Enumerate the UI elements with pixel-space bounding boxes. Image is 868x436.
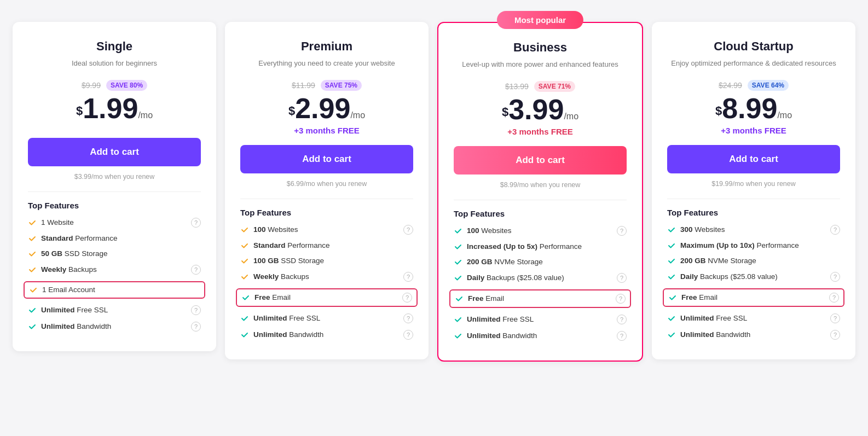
info-icon[interactable]: ? — [191, 322, 201, 332]
card-cloud-startup: Cloud StartupEnjoy optimized performance… — [652, 22, 855, 359]
info-icon[interactable]: ? — [402, 293, 412, 303]
add-to-cart-button[interactable]: Add to cart — [240, 145, 413, 173]
feature-item: 100 Websites ? — [454, 226, 627, 236]
features-title: Top Features — [454, 209, 627, 218]
check-icon — [454, 226, 462, 235]
info-icon[interactable]: ? — [191, 218, 201, 228]
info-icon[interactable]: ? — [617, 331, 627, 341]
feature-label: Daily Backups ($25.08 value) — [467, 274, 564, 282]
check-icon — [28, 322, 37, 331]
price-amount: 2.99 — [295, 92, 350, 124]
add-to-cart-button[interactable]: Add to cart — [28, 138, 201, 166]
feature-label: 1 Website — [41, 218, 74, 226]
feature-left: 100 Websites — [454, 226, 512, 235]
feature-item: Unlimited Bandwidth ? — [667, 330, 840, 340]
check-icon — [240, 330, 249, 339]
info-icon[interactable]: ? — [616, 294, 626, 304]
feature-left: Unlimited Free SSL — [454, 315, 534, 324]
info-icon[interactable]: ? — [830, 313, 840, 323]
feature-label: Free Email — [468, 294, 504, 303]
feature-left: Unlimited Bandwidth — [454, 332, 537, 340]
section-divider — [454, 200, 627, 200]
feature-label: Weekly Backups — [253, 272, 309, 281]
feature-left: Weekly Backups — [28, 265, 97, 274]
info-icon[interactable]: ? — [403, 272, 413, 282]
feature-left: Free Email — [668, 293, 717, 302]
section-divider — [240, 199, 413, 199]
check-icon — [28, 234, 37, 243]
feature-item: 200 GB NVMe Storage — [454, 258, 627, 266]
info-icon[interactable]: ? — [829, 293, 839, 303]
price-period: /mo — [564, 112, 578, 121]
check-icon — [455, 294, 464, 303]
feature-left: Standard Performance — [240, 241, 330, 250]
check-icon — [454, 274, 462, 282]
check-icon — [240, 241, 249, 250]
check-icon — [240, 314, 249, 323]
info-icon[interactable]: ? — [617, 315, 627, 324]
check-icon — [667, 257, 676, 265]
feature-left: Free Email — [241, 293, 291, 302]
price-period: /mo — [138, 111, 153, 120]
highlighted-feature-row: Free Email ? — [236, 288, 418, 307]
save-badge: SAVE 80% — [106, 80, 147, 91]
info-icon[interactable]: ? — [830, 225, 840, 235]
feature-left: Maximum (Up to 10x) Performance — [667, 241, 799, 250]
currency-symbol: $ — [76, 103, 83, 117]
info-icon[interactable]: ? — [191, 305, 201, 315]
feature-left: 100 GB SSD Storage — [240, 257, 324, 265]
feature-item: Free Email ? — [241, 293, 412, 303]
free-months: +3 months FREE — [454, 127, 627, 136]
price-amount: 8.99 — [722, 92, 777, 124]
feature-item: 300 Websites ? — [667, 225, 840, 235]
pricing-row: $9.99 SAVE 80% — [28, 80, 201, 91]
feature-label: Standard Performance — [41, 234, 118, 242]
feature-left: 300 Websites — [667, 225, 725, 234]
info-icon[interactable]: ? — [403, 313, 413, 323]
feature-label: Free Email — [254, 293, 291, 301]
feature-label: Daily Backups ($25.08 value) — [680, 272, 778, 281]
info-icon[interactable]: ? — [830, 330, 840, 340]
feature-item: Standard Performance — [240, 241, 413, 250]
card-title: Single — [28, 39, 201, 54]
info-icon[interactable]: ? — [191, 265, 201, 275]
features-title: Top Features — [667, 208, 840, 217]
highlighted-feature-row: 1 Email Account — [24, 281, 205, 299]
feature-item: Weekly Backups ? — [28, 265, 201, 275]
currency-symbol: $ — [288, 103, 295, 117]
card-subtitle: Ideal solution for beginners — [28, 58, 201, 69]
feature-left: Daily Backups ($25.08 value) — [454, 274, 564, 282]
feature-left: Weekly Backups — [240, 272, 309, 281]
check-icon — [454, 315, 462, 324]
feature-item: Unlimited Bandwidth ? — [28, 322, 201, 332]
check-icon — [28, 249, 37, 258]
info-icon[interactable]: ? — [617, 273, 627, 283]
feature-item: Daily Backups ($25.08 value) ? — [667, 272, 840, 282]
card-title: Business — [454, 40, 627, 55]
feature-item: Unlimited Bandwidth ? — [240, 330, 413, 340]
check-icon — [241, 293, 250, 302]
feature-item: Free Email ? — [455, 294, 626, 304]
add-to-cart-button[interactable]: Add to cart — [454, 146, 627, 175]
price-display: $2.99/mo — [240, 94, 413, 123]
renew-price: $6.99/mo when you renew — [240, 180, 413, 188]
feature-item: Unlimited Free SSL ? — [240, 313, 413, 323]
feature-label: Standard Performance — [253, 241, 330, 249]
highlighted-feature-row: Free Email ? — [663, 288, 844, 307]
add-to-cart-button[interactable]: Add to cart — [667, 145, 840, 173]
card-business: Most popularBusinessLevel-up with more p… — [437, 22, 643, 362]
info-icon[interactable]: ? — [830, 272, 840, 282]
feature-left: Free Email — [455, 294, 504, 303]
price-amount: 3.99 — [508, 94, 564, 125]
info-icon[interactable]: ? — [403, 330, 413, 340]
feature-item: Free Email ? — [668, 293, 839, 303]
popular-badge: Most popular — [497, 11, 583, 29]
renew-price: $8.99/mo when you renew — [454, 181, 627, 189]
price-display: $1.99/mo — [28, 94, 201, 123]
feature-item: 50 GB SSD Storage — [28, 249, 201, 258]
check-icon — [668, 293, 677, 302]
check-icon — [454, 332, 462, 340]
card-subtitle: Enjoy optimized performance & dedicated … — [667, 58, 840, 69]
info-icon[interactable]: ? — [403, 225, 413, 235]
info-icon[interactable]: ? — [617, 226, 627, 236]
